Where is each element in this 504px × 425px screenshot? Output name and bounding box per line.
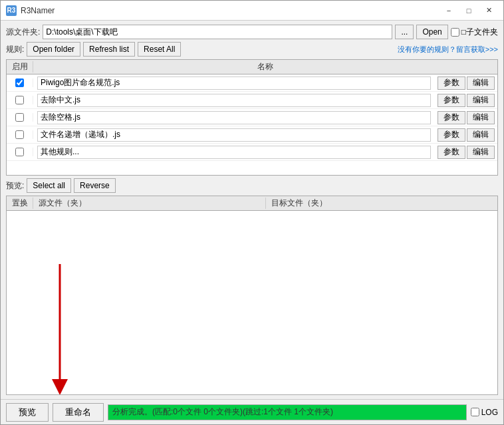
refresh-list-button[interactable]: Refresh list	[83, 42, 135, 57]
rule-checkbox[interactable]	[15, 113, 24, 122]
maximize-button[interactable]: □	[459, 4, 478, 17]
rule-actions: 参数编辑	[435, 128, 497, 142]
col-header-enabled: 启用	[7, 61, 33, 72]
source-folder-row: 源文件夹: ... Open □子文件夹	[6, 25, 498, 39]
rule-checkbox-cell	[7, 130, 33, 139]
source-folder-input[interactable]	[43, 25, 392, 39]
rule-edit-button[interactable]: 编辑	[467, 128, 495, 142]
title-bar-left: R3 R3Namer	[6, 5, 55, 16]
rules-table-container: 启用 名称 参数编辑参数编辑参数编辑参数编辑参数编辑	[6, 59, 498, 176]
rule-edit-button[interactable]: 编辑	[467, 111, 495, 124]
rule-actions: 参数编辑	[435, 146, 497, 159]
rule-edit-button[interactable]: 编辑	[467, 94, 495, 107]
preview-button[interactable]: 预览	[6, 403, 49, 422]
reverse-button[interactable]: Reverse	[74, 178, 116, 193]
preview-label: 预览:	[6, 180, 24, 192]
preview-col-dst: 目标文件（夹）	[266, 198, 498, 209]
rule-params-button[interactable]: 参数	[438, 128, 465, 142]
subfolder-label: □子文件夹	[461, 27, 498, 38]
subfolder-checkbox[interactable]	[451, 28, 459, 37]
preview-toolbar-row: 预览: Select all Reverse	[6, 178, 498, 193]
preview-table-container: 置换 源文件（夹） 目标文件（夹）	[6, 196, 498, 395]
rule-name-cell	[33, 76, 435, 90]
log-checkbox[interactable]	[471, 408, 479, 416]
rules-label: 规则:	[6, 44, 24, 55]
title-bar: R3 R3Namer − □ ✕	[1, 1, 503, 21]
rule-row: 参数编辑	[7, 126, 497, 144]
rule-name-input[interactable]	[37, 94, 431, 107]
arrow-svg	[40, 264, 93, 394]
subfolder-checkbox-label[interactable]: □子文件夹	[451, 27, 498, 38]
rule-checkbox-cell	[7, 113, 33, 122]
col-header-name: 名称	[33, 61, 497, 72]
rule-checkbox-cell	[7, 96, 33, 104]
status-bar: 分析完成。(匹配:0个文件 0个文件夹)(跳过:1个文件 1个文件夹)	[108, 404, 467, 420]
rule-name-cell	[33, 111, 435, 124]
close-button[interactable]: ✕	[479, 4, 498, 17]
bottom-bar: 预览 重命名 分析完成。(匹配:0个文件 0个文件夹)(跳过:1个文件 1个文件…	[1, 399, 503, 424]
rule-checkbox-cell	[7, 78, 33, 87]
rule-name-input[interactable]	[37, 111, 431, 124]
reset-all-button[interactable]: Reset All	[138, 42, 181, 57]
rule-row: 参数编辑	[7, 74, 497, 92]
open-folder-button[interactable]: Open folder	[27, 42, 80, 57]
rule-name-input[interactable]	[37, 128, 431, 142]
status-text: 分析完成。(匹配:0个文件 0个文件夹)(跳过:1个文件 1个文件夹)	[112, 406, 333, 418]
app-icon: R3	[6, 5, 17, 16]
rule-checkbox[interactable]	[15, 78, 24, 87]
window-controls: − □ ✕	[440, 4, 498, 17]
rule-params-button[interactable]: 参数	[438, 94, 465, 107]
rule-edit-button[interactable]: 编辑	[467, 146, 495, 159]
rule-name-cell	[33, 128, 435, 142]
log-checkbox-label[interactable]: LOG	[471, 408, 498, 417]
main-window: R3 R3Namer − □ ✕ 源文件夹: ... Open □子文件夹 规则…	[0, 0, 504, 425]
rule-checkbox-cell	[7, 148, 33, 156]
open-button[interactable]: Open	[416, 25, 447, 39]
browse-button[interactable]: ...	[395, 25, 414, 39]
no-rules-link[interactable]: 没有你要的规则？留言获取>>>	[398, 45, 498, 55]
rules-table-body: 参数编辑参数编辑参数编辑参数编辑参数编辑	[7, 74, 497, 175]
rule-params-button[interactable]: 参数	[438, 76, 465, 90]
preview-table-header: 置换 源文件（夹） 目标文件（夹）	[7, 196, 497, 211]
rule-row: 参数编辑	[7, 109, 497, 126]
rule-actions: 参数编辑	[435, 76, 497, 90]
rename-button[interactable]: 重命名	[53, 403, 104, 422]
rule-checkbox[interactable]	[15, 130, 24, 139]
rule-checkbox[interactable]	[15, 96, 24, 104]
rule-edit-button[interactable]: 编辑	[467, 76, 495, 90]
rule-name-cell	[33, 94, 435, 107]
rule-name-cell	[33, 146, 435, 159]
rule-row: 参数编辑	[7, 92, 497, 109]
rule-actions: 参数编辑	[435, 111, 497, 124]
preview-col-op: 置换	[7, 198, 33, 209]
rule-row: 参数编辑	[7, 144, 497, 161]
rule-params-button[interactable]: 参数	[438, 146, 465, 159]
rule-name-input[interactable]	[37, 146, 431, 159]
rule-checkbox[interactable]	[15, 148, 24, 156]
minimize-button[interactable]: −	[440, 4, 458, 17]
log-label: LOG	[481, 408, 498, 417]
select-all-button[interactable]: Select all	[27, 178, 71, 193]
rules-table-header: 启用 名称	[7, 60, 497, 74]
rule-params-button[interactable]: 参数	[438, 111, 465, 124]
app-title: R3Namer	[21, 6, 55, 15]
preview-col-src: 源文件（夹）	[33, 198, 266, 209]
preview-table-body	[7, 211, 497, 394]
rule-actions: 参数编辑	[435, 94, 497, 107]
source-folder-label: 源文件夹:	[6, 27, 40, 38]
rules-toolbar-row: 规则: Open folder Refresh list Reset All 没…	[6, 42, 498, 57]
main-content: 源文件夹: ... Open □子文件夹 规则: Open folder Ref…	[1, 21, 503, 399]
rule-name-input[interactable]	[37, 76, 431, 90]
arrow-annotation	[40, 264, 93, 394]
